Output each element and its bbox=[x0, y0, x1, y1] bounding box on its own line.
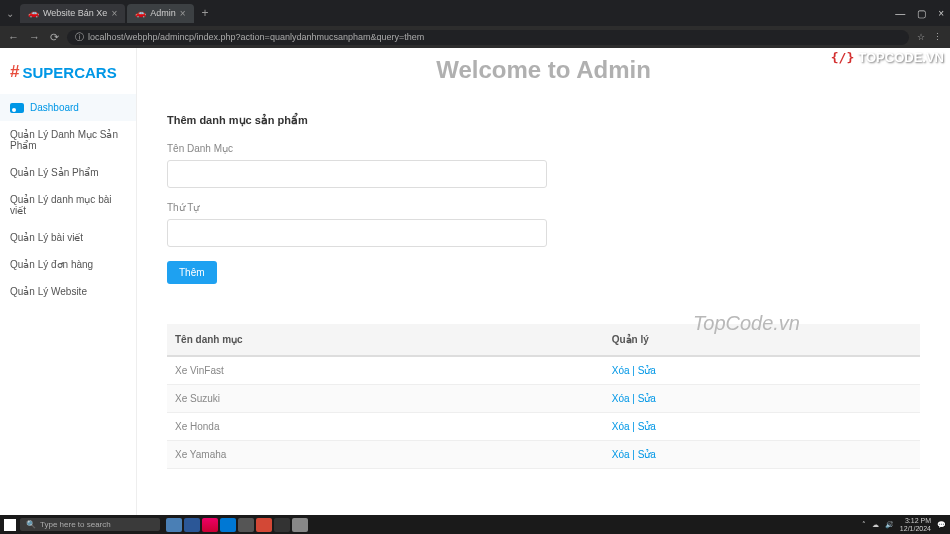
browser-tab-active[interactable]: 🚗 Admin × bbox=[127, 4, 193, 23]
start-button[interactable] bbox=[4, 519, 16, 531]
address-bar[interactable]: ⓘ localhost/webphp/admincp/index.php?act… bbox=[67, 30, 909, 45]
app-icon[interactable] bbox=[274, 518, 290, 532]
cell-name: Xe Yamaha bbox=[167, 441, 604, 469]
windows-taskbar: 🔍 Type here to search ˄ ☁ 🔊 3:12 PM 12/1… bbox=[0, 515, 950, 534]
submit-button[interactable]: Thêm bbox=[167, 261, 217, 284]
tab-label: Admin bbox=[150, 8, 176, 18]
browser-tab-strip: ⌄ 🚗 Website Bán Xe × 🚗 Admin × + — ▢ × bbox=[0, 0, 950, 26]
sidebar-item-label: Quản Lý bài viết bbox=[10, 232, 83, 243]
table-row: Xe VinFast Xóa | Sửa bbox=[167, 356, 920, 385]
back-icon[interactable]: ← bbox=[8, 31, 19, 44]
cell-name: Xe Suzuki bbox=[167, 385, 604, 413]
page-title: Welcome to Admin bbox=[167, 56, 920, 84]
sidebar-item-label: Quản Lý đơn hàng bbox=[10, 259, 93, 270]
forward-icon[interactable]: → bbox=[29, 31, 40, 44]
delete-link[interactable]: Xóa bbox=[612, 449, 630, 460]
table-row: Xe Yamaha Xóa | Sửa bbox=[167, 441, 920, 469]
time-text: 3:12 PM bbox=[900, 517, 931, 525]
input-category-name[interactable] bbox=[167, 160, 547, 188]
info-icon: ⓘ bbox=[75, 31, 84, 44]
sidebar-item-label: Quản Lý Sản Phẩm bbox=[10, 167, 99, 178]
sidebar-item-label: Quản Lý danh mục bài viết bbox=[10, 194, 126, 216]
table-row: Xe Suzuki Xóa | Sửa bbox=[167, 385, 920, 413]
reload-icon[interactable]: ⟳ bbox=[50, 31, 59, 44]
sidebar: # SUPERCARS Dashboard Quản Lý Danh Mục S… bbox=[0, 48, 137, 515]
brand-watermark: {/} TOPCODE.VN bbox=[829, 50, 944, 65]
app-icon[interactable] bbox=[292, 518, 308, 532]
sidebar-item-post-categories[interactable]: Quản Lý danh mục bài viết bbox=[0, 186, 136, 224]
cloud-icon[interactable]: ☁ bbox=[872, 521, 879, 529]
app-icon[interactable] bbox=[184, 518, 200, 532]
app-icon[interactable] bbox=[238, 518, 254, 532]
sidebar-item-categories[interactable]: Quản Lý Danh Mục Sản Phẩm bbox=[0, 121, 136, 159]
system-tray: ˄ ☁ 🔊 3:12 PM 12/1/2024 💬 bbox=[862, 517, 946, 532]
sidebar-item-website[interactable]: Quản Lý Website bbox=[0, 278, 136, 305]
hash-icon: # bbox=[10, 62, 19, 82]
browser-toolbar: ← → ⟳ ⓘ localhost/webphp/admincp/index.p… bbox=[0, 26, 950, 48]
sidebar-item-posts[interactable]: Quản Lý bài viết bbox=[0, 224, 136, 251]
close-window-icon[interactable]: × bbox=[938, 8, 944, 19]
star-icon[interactable]: ☆ bbox=[917, 32, 925, 42]
close-icon[interactable]: × bbox=[111, 8, 117, 19]
taskbar-apps bbox=[166, 518, 308, 532]
logo-text: SUPERCARS bbox=[22, 64, 116, 81]
dashboard-icon bbox=[10, 103, 24, 113]
th-action: Quản lý bbox=[604, 324, 920, 356]
delete-link[interactable]: Xóa bbox=[612, 421, 630, 432]
sidebar-item-orders[interactable]: Quản Lý đơn hàng bbox=[0, 251, 136, 278]
sidebar-item-dashboard[interactable]: Dashboard bbox=[0, 94, 136, 121]
close-icon[interactable]: × bbox=[180, 8, 186, 19]
label-category-name: Tên Danh Mục bbox=[167, 143, 547, 154]
new-tab-button[interactable]: + bbox=[196, 6, 215, 20]
cell-name: Xe VinFast bbox=[167, 356, 604, 385]
app-icon[interactable] bbox=[166, 518, 182, 532]
main-content: Welcome to Admin Thêm danh mục sản phẩm … bbox=[137, 48, 950, 515]
url-text: localhost/webphp/admincp/index.php?actio… bbox=[88, 32, 424, 42]
app-icon[interactable] bbox=[220, 518, 236, 532]
search-icon: 🔍 bbox=[26, 520, 36, 529]
maximize-icon[interactable]: ▢ bbox=[917, 8, 926, 19]
sidebar-item-products[interactable]: Quản Lý Sản Phẩm bbox=[0, 159, 136, 186]
brand-logo-icon: {/} bbox=[829, 50, 856, 65]
add-category-form: Thêm danh mục sản phẩm Tên Danh Mục Thứ … bbox=[167, 114, 547, 284]
category-table: Tên danh mục Quản lý Xe VinFast Xóa | Sử… bbox=[167, 324, 920, 469]
search-placeholder: Type here to search bbox=[40, 520, 111, 529]
th-name: Tên danh mục bbox=[167, 324, 604, 356]
sidebar-item-label: Dashboard bbox=[30, 102, 79, 113]
browser-tab[interactable]: 🚗 Website Bán Xe × bbox=[20, 4, 125, 23]
input-order[interactable] bbox=[167, 219, 547, 247]
app-icon[interactable] bbox=[202, 518, 218, 532]
tray-chevron-icon[interactable]: ˄ bbox=[862, 521, 866, 529]
wifi-icon[interactable]: 🔊 bbox=[885, 521, 894, 529]
edit-link[interactable]: Sửa bbox=[638, 365, 656, 376]
form-heading: Thêm danh mục sản phẩm bbox=[167, 114, 547, 127]
tab-favicon: 🚗 bbox=[135, 8, 146, 18]
notification-icon[interactable]: 💬 bbox=[937, 521, 946, 529]
menu-icon[interactable]: ⋮ bbox=[933, 32, 942, 42]
app-root: {/} TOPCODE.VN # SUPERCARS Dashboard Quả… bbox=[0, 48, 950, 515]
delete-link[interactable]: Xóa bbox=[612, 393, 630, 404]
sidebar-item-label: Quản Lý Danh Mục Sản Phẩm bbox=[10, 129, 126, 151]
tab-label: Website Bán Xe bbox=[43, 8, 107, 18]
edit-link[interactable]: Sửa bbox=[638, 393, 656, 404]
minimize-icon[interactable]: — bbox=[895, 8, 905, 19]
edit-link[interactable]: Sửa bbox=[638, 421, 656, 432]
edit-link[interactable]: Sửa bbox=[638, 449, 656, 460]
label-order: Thứ Tự bbox=[167, 202, 547, 213]
tab-favicon: 🚗 bbox=[28, 8, 39, 18]
clock[interactable]: 3:12 PM 12/1/2024 bbox=[900, 517, 931, 532]
category-table-wrap: TopCode.vn Tên danh mục Quản lý Xe VinFa… bbox=[167, 324, 920, 469]
table-row: Xe Honda Xóa | Sửa bbox=[167, 413, 920, 441]
cell-name: Xe Honda bbox=[167, 413, 604, 441]
app-icon[interactable] bbox=[256, 518, 272, 532]
sidebar-item-label: Quản Lý Website bbox=[10, 286, 87, 297]
date-text: 12/1/2024 bbox=[900, 525, 931, 533]
taskbar-search[interactable]: 🔍 Type here to search bbox=[20, 518, 160, 531]
logo[interactable]: # SUPERCARS bbox=[0, 56, 136, 94]
delete-link[interactable]: Xóa bbox=[612, 365, 630, 376]
chevron-down-icon[interactable]: ⌄ bbox=[6, 8, 14, 19]
